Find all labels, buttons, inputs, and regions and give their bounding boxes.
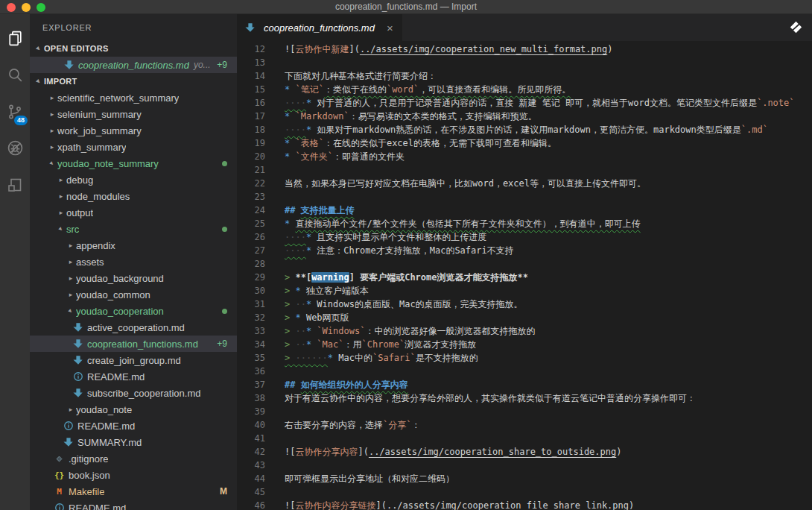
code-line-46[interactable]: 46![云协作内容分享链接](../assets/img/cooperation…: [237, 499, 812, 510]
code-line-29[interactable]: 29> **[warning] 要客户端或Chrome浏览器才能支持拖放**: [237, 271, 812, 284]
line-number[interactable]: 13: [237, 56, 265, 69]
line-number[interactable]: 30: [237, 284, 265, 298]
code-line-34[interactable]: 34> ··* `Mac`：用`Chrome`浏览器才支持拖放: [237, 338, 812, 351]
code-line-43[interactable]: 43: [237, 459, 812, 472]
tree-item-book-json[interactable]: {}book.json: [30, 467, 237, 483]
line-number[interactable]: 44: [237, 472, 265, 485]
tree-item-node-modules[interactable]: ▸node_modules: [30, 188, 237, 204]
line-number[interactable]: 28: [237, 257, 265, 271]
code-line-32[interactable]: 32> * Web网页版: [237, 311, 812, 324]
open-editor-item[interactable]: coopreation_functions.md yo... +9: [30, 57, 237, 73]
code-line-19[interactable]: 19* `表格`：在线的类似于excel的表格，无需下载即可查看和编辑。: [237, 136, 812, 150]
code-line-45[interactable]: 45: [237, 485, 812, 499]
open-preview-button[interactable]: [790, 21, 802, 37]
code-line-41[interactable]: 41: [237, 432, 812, 445]
line-number[interactable]: 33: [237, 324, 265, 338]
tree-item-debug[interactable]: ▸debug: [30, 171, 237, 188]
line-number[interactable]: 20: [237, 150, 265, 163]
line-number[interactable]: 24: [237, 204, 265, 217]
line-number[interactable]: 36: [237, 365, 265, 378]
code-line-25[interactable]: 25* 直接拖动单个文件/整个文件夹（包括其下所有子文件夹和文件），到有道中，即…: [237, 217, 812, 230]
tree-item-youdao-common[interactable]: ▸youdao_common: [30, 286, 237, 303]
tree-item-makefile[interactable]: MMakefileM: [30, 483, 237, 500]
line-number[interactable]: 14: [237, 69, 265, 83]
section-folder-import[interactable]: ▸ IMPORT: [30, 73, 237, 89]
line-number[interactable]: 40: [237, 418, 265, 432]
line-number[interactable]: 42: [237, 445, 265, 459]
code-line-31[interactable]: 31> ··* Windows的桌面版、Mac的桌面版，完美支持拖放。: [237, 298, 812, 311]
line-number[interactable]: 32: [237, 311, 265, 324]
line-number[interactable]: 45: [237, 485, 265, 499]
tree-item-selenium-summary[interactable]: ▸selenium_summary: [30, 106, 237, 122]
tree-item-readme-md[interactable]: README.md: [30, 368, 237, 385]
tree-item-coopreation-functions-md[interactable]: coopreation_functions.md+9: [30, 336, 237, 352]
minimize-window-button[interactable]: [22, 3, 31, 12]
line-number[interactable]: 12: [237, 42, 265, 56]
line-number[interactable]: 38: [237, 391, 265, 405]
tree-item-work-job-summary[interactable]: ▸work_job_summary: [30, 122, 237, 139]
tree-item-appendix[interactable]: ▸appendix: [30, 237, 237, 254]
tree-item-assets[interactable]: ▸assets: [30, 254, 237, 270]
close-tab-icon[interactable]: ×: [387, 22, 393, 34]
line-number[interactable]: 41: [237, 432, 265, 445]
code-line-14[interactable]: 14下面就对几种基本格式进行简要介绍：: [237, 69, 812, 83]
code-line-12[interactable]: 12![云协作中新建](../assets/img/cooperation_ne…: [237, 42, 812, 56]
code-line-30[interactable]: 30> * 独立客户端版本: [237, 284, 812, 298]
line-number[interactable]: 25: [237, 217, 265, 230]
tree-item-youdao-cooperation[interactable]: ▸youdao_cooperation: [30, 303, 237, 319]
tree-item-active-cooperation-md[interactable]: active_cooperation.md: [30, 319, 237, 336]
tree-item-readme-md[interactable]: README.md: [30, 418, 237, 434]
tree-item-youdao-note[interactable]: ▸youdao_note: [30, 401, 237, 418]
search-icon[interactable]: [0, 57, 30, 93]
tree-item--gitignore[interactable]: .gitignore: [30, 450, 237, 467]
code-area[interactable]: 12![云协作中新建](../assets/img/cooperation_ne…: [237, 41, 812, 510]
line-number[interactable]: 16: [237, 96, 265, 110]
line-number[interactable]: 46: [237, 499, 265, 510]
line-number[interactable]: 26: [237, 230, 265, 244]
line-number[interactable]: 27: [237, 244, 265, 257]
code-line-17[interactable]: 17* `Markdown`：易写易读的文本类的格式，支持编辑和预览。: [237, 110, 812, 123]
tree-item-scientific-network-summary[interactable]: ▸scientific_network_summary: [30, 89, 237, 106]
code-line-21[interactable]: 21: [237, 163, 812, 177]
line-number[interactable]: 35: [237, 351, 265, 365]
tab-coopreation-functions[interactable]: coopreation_functions.md ×: [237, 14, 402, 41]
tree-item-youdao-note-summary[interactable]: ▸youdao_note_summary: [30, 155, 237, 171]
code-line-26[interactable]: 26····* 且支持实时显示单个文件和整体的上传进度: [237, 230, 812, 244]
line-number[interactable]: 29: [237, 271, 265, 284]
code-line-20[interactable]: 20* `文件夹`：即普通的文件夹: [237, 150, 812, 163]
close-window-button[interactable]: [7, 3, 16, 12]
line-number[interactable]: 18: [237, 123, 265, 136]
code-line-33[interactable]: 33> ··* `Windows`：中的浏览器好像一般浏览器都支持拖放的: [237, 324, 812, 338]
code-line-15[interactable]: 15* `笔记`：类似于在线的`word`，可以直接查看和编辑。所见即所得。: [237, 83, 812, 96]
line-number[interactable]: 31: [237, 298, 265, 311]
section-open-editors[interactable]: ▸ OPEN EDITORS: [30, 40, 237, 57]
tree-item-subscribe-cooperation-md[interactable]: subscribe_cooperation.md: [30, 385, 237, 401]
code-line-44[interactable]: 44即可弹框显示出分享地址（和对应二维码）: [237, 472, 812, 485]
line-number[interactable]: 17: [237, 110, 265, 123]
code-line-40[interactable]: 40右击要分享的内容，选择`分享`：: [237, 418, 812, 432]
line-number[interactable]: 34: [237, 338, 265, 351]
line-number[interactable]: 39: [237, 405, 265, 418]
debug-icon[interactable]: [0, 130, 30, 166]
line-number[interactable]: 15: [237, 83, 265, 96]
code-line-35[interactable]: 35> ······* Mac中的`Safari`是不支持拖放的: [237, 351, 812, 365]
code-line-28[interactable]: 28: [237, 257, 812, 271]
code-line-39[interactable]: 39: [237, 405, 812, 418]
code-line-13[interactable]: 13: [237, 56, 812, 69]
code-line-37[interactable]: 37## 如何给组织外的人分享内容: [237, 378, 812, 391]
tree-item-src[interactable]: ▸src: [30, 221, 237, 237]
code-line-27[interactable]: 27····* 注意：Chrome才支持拖放，Mac的Safari不支持: [237, 244, 812, 257]
line-number[interactable]: 43: [237, 459, 265, 472]
tree-item-output[interactable]: ▸output: [30, 204, 237, 221]
code-line-24[interactable]: 24## 支持批量上传: [237, 204, 812, 217]
code-line-16[interactable]: 16····* 对于普通的人，只是用于记录普通内容的话，直接 新建 笔记 即可，…: [237, 96, 812, 110]
tree-item-youdao-background[interactable]: ▸youdao_background: [30, 270, 237, 286]
tree-item-create-join-group-md[interactable]: create_join_group.md: [30, 352, 237, 368]
extensions-icon[interactable]: [0, 166, 30, 203]
line-number[interactable]: 21: [237, 163, 265, 177]
code-line-36[interactable]: 36: [237, 365, 812, 378]
line-number[interactable]: 23: [237, 190, 265, 204]
source-control-icon[interactable]: 48: [0, 93, 30, 130]
code-line-38[interactable]: 38对于有道云协作中的内容，想要分享给外部的人，其实操作就类似于有道云笔记中普通…: [237, 391, 812, 405]
line-number[interactable]: 19: [237, 136, 265, 150]
